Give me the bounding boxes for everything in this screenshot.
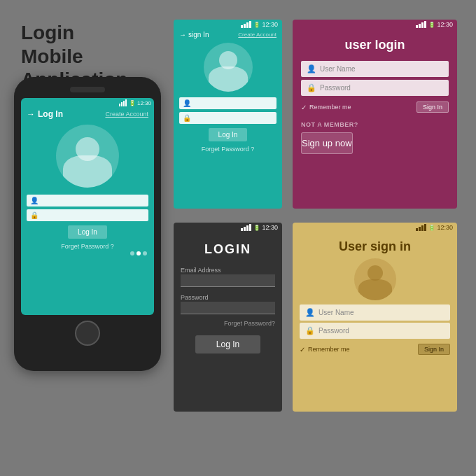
yellow-signal xyxy=(416,224,426,231)
dark-email-input[interactable] xyxy=(181,274,275,287)
login-button[interactable]: Log In xyxy=(68,225,107,239)
big-phone-screen: 🔋 12:30 → Log In Create Account 👤 🔒 xyxy=(21,98,154,315)
teal-username-row: 👤 xyxy=(179,97,276,109)
time-display: 12:30 xyxy=(137,100,151,106)
yellow-remember-row: ✓ Remember me Sign In xyxy=(293,341,457,358)
password-input[interactable] xyxy=(41,213,145,218)
login-label: Log In xyxy=(38,109,63,119)
lock-icon: 🔒 xyxy=(30,211,38,219)
teal-screen-header: → sign In Create Account xyxy=(174,29,282,40)
screen-teal-small: 🔋 12:30 → sign In Create Account 👤 🔒 Log… xyxy=(174,20,282,209)
remember-me-label: Remember me xyxy=(309,104,351,111)
teal-signal xyxy=(241,21,251,28)
dark-status-bar: 🔋 12:30 xyxy=(174,223,282,232)
big-phone: 🔋 12:30 → Log In Create Account 👤 🔒 xyxy=(14,77,161,371)
not-member-text: NOT A MEMBER? xyxy=(293,115,457,130)
purple-lock-icon: 🔒 xyxy=(307,83,316,92)
purple-username-label[interactable]: User Name xyxy=(320,65,443,73)
avatar-silhouette xyxy=(56,125,119,188)
home-button[interactable] xyxy=(75,321,100,346)
teal-user-icon: 👤 xyxy=(183,99,191,107)
password-field-row: 🔒 xyxy=(27,209,148,221)
dark-password-input[interactable] xyxy=(181,302,275,314)
dark-battery: 🔋 xyxy=(253,225,260,231)
yellow-lock-icon: 🔒 xyxy=(305,326,315,335)
dark-signal xyxy=(241,224,251,231)
phone-speaker xyxy=(70,87,105,92)
yellow-checkbox-icon[interactable]: ✓ xyxy=(300,346,305,354)
yellow-status-bar: 🔋 12:30 xyxy=(293,223,457,232)
dark-login-button[interactable]: Log In xyxy=(195,335,260,354)
pagination-dots xyxy=(21,251,154,255)
purple-password-row: 🔒 Password xyxy=(301,80,449,96)
teal-create-account[interactable]: Create Account xyxy=(238,31,276,38)
dot-3 xyxy=(143,251,147,255)
yellow-time: 12:30 xyxy=(437,224,453,231)
username-field-row: 👤 xyxy=(27,195,148,206)
checkbox-icon[interactable]: ✓ xyxy=(301,104,307,111)
create-account-link[interactable]: Create Account xyxy=(105,111,148,118)
yellow-user-icon: 👤 xyxy=(305,308,315,317)
login-arrow-icon: → xyxy=(27,109,35,119)
yellow-sign-in-button[interactable]: Sign In xyxy=(418,344,450,355)
teal-status-bar: 🔋 12:30 xyxy=(174,20,282,29)
teal-username-input[interactable] xyxy=(194,101,273,106)
screen-yellow: 🔋 12:30 User sign in 👤 User Name 🔒 Passw… xyxy=(293,223,457,412)
purple-remember-row: ✓ Remember me Sign In xyxy=(293,99,457,115)
purple-time: 12:30 xyxy=(437,21,453,28)
teal-signin-label: sign In xyxy=(188,31,209,38)
purple-username-row: 👤 User Name xyxy=(301,61,449,77)
teal-battery: 🔋 xyxy=(253,22,260,28)
purple-password-label[interactable]: Password xyxy=(320,84,443,92)
dark-email-label: Email Address xyxy=(174,264,282,274)
battery-icon: 🔋 xyxy=(129,100,136,106)
user-avatar xyxy=(56,125,119,188)
dark-forget-password[interactable]: Forget Password? xyxy=(174,318,282,330)
dot-2 xyxy=(136,251,141,255)
teal-password-input[interactable] xyxy=(194,115,273,121)
yellow-remember-label: Remember me xyxy=(308,346,350,353)
username-input[interactable] xyxy=(41,198,145,204)
yellow-battery: 🔋 xyxy=(428,225,435,231)
big-status-bar: 🔋 12:30 xyxy=(21,98,154,108)
yellow-remember-left: ✓ Remember me xyxy=(300,346,350,354)
big-screen-header: → Log In Create Account xyxy=(21,108,154,120)
teal-password-row: 🔒 xyxy=(179,112,276,124)
purple-sign-in-button[interactable]: Sign In xyxy=(416,102,449,113)
sign-up-button[interactable]: Sign up now xyxy=(301,132,353,154)
purple-user-icon: 👤 xyxy=(307,64,316,74)
teal-lock-icon: 🔒 xyxy=(183,114,191,122)
title-line1: Login Mobile xyxy=(21,22,83,67)
teal-forget-password[interactable]: Forget Password ? xyxy=(174,146,282,153)
yellow-password-label[interactable]: Password xyxy=(318,327,444,335)
teal-avatar xyxy=(204,43,253,92)
user-icon: 👤 xyxy=(30,197,38,204)
purple-signal xyxy=(416,21,426,28)
yellow-username-label[interactable]: User Name xyxy=(318,309,444,316)
teal-login-button[interactable]: Log In xyxy=(209,128,248,141)
dot-1 xyxy=(130,251,134,255)
dark-time: 12:30 xyxy=(262,224,278,231)
yellow-title: User sign in xyxy=(293,232,457,258)
yellow-password-row: 🔒 Password xyxy=(300,323,450,339)
forget-password-text[interactable]: Forget Password ? xyxy=(21,243,154,250)
teal-signin-icon: → xyxy=(179,31,186,38)
dark-login-title: LOGIN xyxy=(174,232,282,264)
purple-status-bar: 🔋 12:30 xyxy=(293,20,457,29)
yellow-username-row: 👤 User Name xyxy=(300,304,450,321)
screen-purple: 🔋 12:30 user login 👤 User Name 🔒 Passwor… xyxy=(293,20,457,209)
purple-battery: 🔋 xyxy=(428,22,435,28)
dark-password-label: Password xyxy=(174,291,282,302)
remember-left: ✓ Remember me xyxy=(301,104,351,111)
purple-title: user login xyxy=(293,29,457,58)
screen-dark: 🔋 12:30 LOGIN Email Address Password For… xyxy=(174,223,282,412)
signal-icon xyxy=(119,99,127,106)
teal-time: 12:30 xyxy=(262,21,278,28)
yellow-avatar xyxy=(354,258,396,300)
